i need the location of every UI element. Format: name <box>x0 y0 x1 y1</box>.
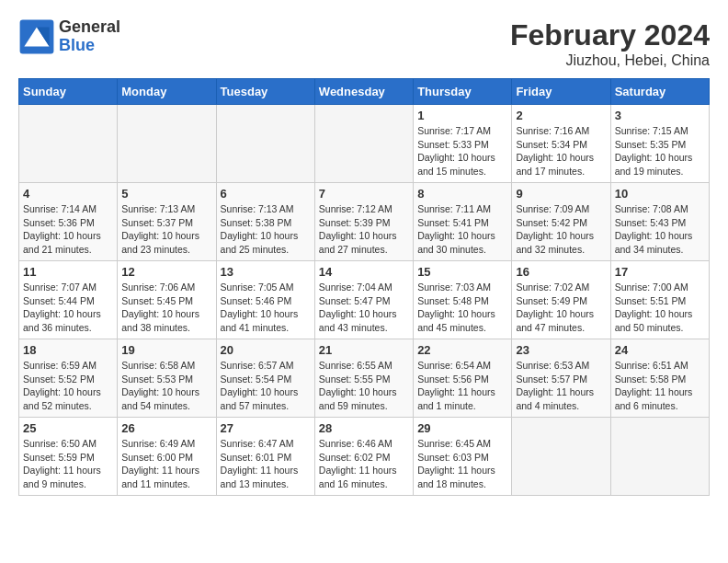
calendar-cell <box>512 418 610 496</box>
day-number: 2 <box>516 109 606 122</box>
day-number: 25 <box>23 421 113 435</box>
day-number: 16 <box>516 265 606 279</box>
calendar-cell: 10Sunrise: 7:08 AM Sunset: 5:43 PM Dayli… <box>610 183 709 261</box>
day-number: 4 <box>23 187 113 201</box>
day-info: Sunrise: 6:58 AM Sunset: 5:53 PM Dayligh… <box>121 359 211 413</box>
day-info: Sunrise: 7:14 AM Sunset: 5:36 PM Dayligh… <box>23 202 113 257</box>
calendar-cell <box>118 105 216 183</box>
day-number: 29 <box>417 421 507 435</box>
page-container: General Blue February 2024 Jiuzhou, Hebe… <box>18 18 710 496</box>
day-info: Sunrise: 7:00 AM Sunset: 5:51 PM Dayligh… <box>615 281 705 335</box>
day-number: 11 <box>23 265 113 279</box>
day-info: Sunrise: 7:13 AM Sunset: 5:38 PM Dayligh… <box>221 202 311 257</box>
header-thursday: Thursday <box>414 79 512 105</box>
header-monday: Monday <box>118 79 216 105</box>
day-info: Sunrise: 6:45 AM Sunset: 6:03 PM Dayligh… <box>417 437 507 491</box>
calendar-cell: 5Sunrise: 7:13 AM Sunset: 5:37 PM Daylig… <box>118 183 216 261</box>
calendar-week-4: 18Sunrise: 6:59 AM Sunset: 5:52 PM Dayli… <box>19 339 710 418</box>
calendar-week-2: 4Sunrise: 7:14 AM Sunset: 5:36 PM Daylig… <box>19 183 710 261</box>
day-number: 14 <box>319 265 409 279</box>
day-info: Sunrise: 7:09 AM Sunset: 5:42 PM Dayligh… <box>516 202 606 257</box>
calendar-cell: 7Sunrise: 7:12 AM Sunset: 5:39 PM Daylig… <box>314 183 413 261</box>
day-number: 5 <box>121 187 211 201</box>
header-tuesday: Tuesday <box>216 79 314 105</box>
calendar-cell <box>314 105 413 183</box>
day-info: Sunrise: 6:57 AM Sunset: 5:54 PM Dayligh… <box>221 359 311 413</box>
day-number: 17 <box>615 265 705 279</box>
calendar-cell: 9Sunrise: 7:09 AM Sunset: 5:42 PM Daylig… <box>512 183 610 261</box>
calendar-cell: 15Sunrise: 7:03 AM Sunset: 5:48 PM Dayli… <box>414 261 512 339</box>
day-info: Sunrise: 6:51 AM Sunset: 5:58 PM Dayligh… <box>615 359 705 413</box>
calendar-cell: 18Sunrise: 6:59 AM Sunset: 5:52 PM Dayli… <box>19 339 118 418</box>
calendar-cell: 22Sunrise: 6:54 AM Sunset: 5:56 PM Dayli… <box>414 339 512 418</box>
logo-text: General Blue <box>59 18 120 55</box>
day-number: 6 <box>221 187 311 201</box>
day-info: Sunrise: 7:16 AM Sunset: 5:34 PM Dayligh… <box>516 124 606 178</box>
day-info: Sunrise: 7:02 AM Sunset: 5:49 PM Dayligh… <box>516 281 606 335</box>
logo-blue: Blue <box>59 37 120 55</box>
calendar-cell <box>610 418 709 496</box>
calendar-cell: 1Sunrise: 7:17 AM Sunset: 5:33 PM Daylig… <box>414 105 512 183</box>
day-info: Sunrise: 7:05 AM Sunset: 5:46 PM Dayligh… <box>221 281 311 335</box>
day-number: 9 <box>516 187 606 201</box>
calendar-cell: 12Sunrise: 7:06 AM Sunset: 5:45 PM Dayli… <box>118 261 216 339</box>
header-sunday: Sunday <box>19 79 118 105</box>
day-number: 1 <box>417 109 507 122</box>
day-info: Sunrise: 6:59 AM Sunset: 5:52 PM Dayligh… <box>23 359 113 413</box>
calendar-cell: 23Sunrise: 6:53 AM Sunset: 5:57 PM Dayli… <box>512 339 610 418</box>
day-info: Sunrise: 7:11 AM Sunset: 5:41 PM Dayligh… <box>417 202 507 257</box>
page-title: February 2024 <box>510 18 710 52</box>
header: General Blue February 2024 Jiuzhou, Hebe… <box>18 18 710 69</box>
day-number: 12 <box>121 265 211 279</box>
header-saturday: Saturday <box>610 79 709 105</box>
calendar-week-1: 1Sunrise: 7:17 AM Sunset: 5:33 PM Daylig… <box>19 105 710 183</box>
day-number: 23 <box>516 343 606 357</box>
day-info: Sunrise: 7:17 AM Sunset: 5:33 PM Dayligh… <box>417 124 507 178</box>
day-info: Sunrise: 7:12 AM Sunset: 5:39 PM Dayligh… <box>319 202 409 257</box>
calendar-cell: 3Sunrise: 7:15 AM Sunset: 5:35 PM Daylig… <box>610 105 709 183</box>
day-number: 19 <box>121 343 211 357</box>
day-info: Sunrise: 6:50 AM Sunset: 5:59 PM Dayligh… <box>23 437 113 491</box>
day-info: Sunrise: 6:49 AM Sunset: 6:00 PM Dayligh… <box>121 437 211 491</box>
day-number: 20 <box>221 343 311 357</box>
calendar-table: Sunday Monday Tuesday Wednesday Thursday… <box>18 78 710 496</box>
day-info: Sunrise: 6:54 AM Sunset: 5:56 PM Dayligh… <box>417 359 507 413</box>
calendar-cell: 26Sunrise: 6:49 AM Sunset: 6:00 PM Dayli… <box>118 418 216 496</box>
calendar-cell: 25Sunrise: 6:50 AM Sunset: 5:59 PM Dayli… <box>19 418 118 496</box>
calendar-cell: 6Sunrise: 7:13 AM Sunset: 5:38 PM Daylig… <box>216 183 314 261</box>
day-number: 26 <box>121 421 211 435</box>
header-wednesday: Wednesday <box>314 79 413 105</box>
day-number: 8 <box>417 187 507 201</box>
calendar-cell: 14Sunrise: 7:04 AM Sunset: 5:47 PM Dayli… <box>314 261 413 339</box>
day-number: 24 <box>615 343 705 357</box>
day-number: 15 <box>417 265 507 279</box>
day-number: 28 <box>319 421 409 435</box>
day-number: 18 <box>23 343 113 357</box>
logo: General Blue <box>18 18 120 55</box>
calendar-cell <box>216 105 314 183</box>
page-subtitle: Jiuzhou, Hebei, China <box>510 52 710 69</box>
calendar-week-5: 25Sunrise: 6:50 AM Sunset: 5:59 PM Dayli… <box>19 418 710 496</box>
calendar-cell: 2Sunrise: 7:16 AM Sunset: 5:34 PM Daylig… <box>512 105 610 183</box>
day-number: 7 <box>319 187 409 201</box>
title-area: February 2024 Jiuzhou, Hebei, China <box>510 18 710 69</box>
calendar-cell: 17Sunrise: 7:00 AM Sunset: 5:51 PM Dayli… <box>610 261 709 339</box>
calendar-cell: 11Sunrise: 7:07 AM Sunset: 5:44 PM Dayli… <box>19 261 118 339</box>
calendar-cell: 21Sunrise: 6:55 AM Sunset: 5:55 PM Dayli… <box>314 339 413 418</box>
day-info: Sunrise: 6:55 AM Sunset: 5:55 PM Dayligh… <box>319 359 409 413</box>
calendar-cell: 24Sunrise: 6:51 AM Sunset: 5:58 PM Dayli… <box>610 339 709 418</box>
day-number: 21 <box>319 343 409 357</box>
calendar-header: Sunday Monday Tuesday Wednesday Thursday… <box>19 79 710 105</box>
calendar-cell: 8Sunrise: 7:11 AM Sunset: 5:41 PM Daylig… <box>414 183 512 261</box>
calendar-cell <box>19 105 118 183</box>
calendar-cell: 28Sunrise: 6:46 AM Sunset: 6:02 PM Dayli… <box>314 418 413 496</box>
calendar-cell: 13Sunrise: 7:05 AM Sunset: 5:46 PM Dayli… <box>216 261 314 339</box>
calendar-cell: 29Sunrise: 6:45 AM Sunset: 6:03 PM Dayli… <box>414 418 512 496</box>
calendar-cell: 19Sunrise: 6:58 AM Sunset: 5:53 PM Dayli… <box>118 339 216 418</box>
day-number: 13 <box>221 265 311 279</box>
logo-general: General <box>59 18 120 37</box>
calendar-body: 1Sunrise: 7:17 AM Sunset: 5:33 PM Daylig… <box>19 105 710 496</box>
day-number: 22 <box>417 343 507 357</box>
day-info: Sunrise: 6:47 AM Sunset: 6:01 PM Dayligh… <box>221 437 311 491</box>
day-info: Sunrise: 6:46 AM Sunset: 6:02 PM Dayligh… <box>319 437 409 491</box>
